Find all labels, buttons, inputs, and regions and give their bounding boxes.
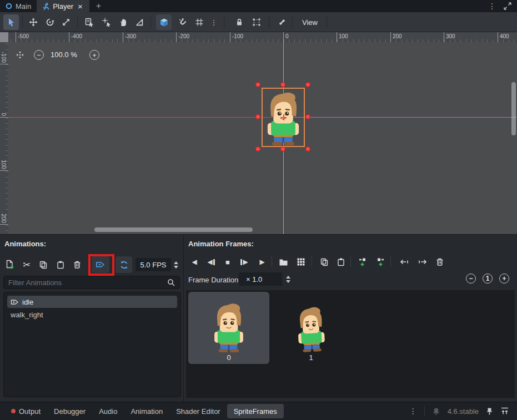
play-from-start-button[interactable]: ▶ bbox=[237, 255, 252, 269]
stop-button[interactable]: ■ bbox=[220, 255, 235, 269]
notifications-bell-icon[interactable] bbox=[432, 407, 440, 416]
dock-tab-spriteframes[interactable]: SpriteFrames bbox=[227, 404, 284, 418]
loop-toggle-button[interactable] bbox=[116, 256, 132, 273]
dock-tab-animation[interactable]: Animation bbox=[124, 404, 169, 418]
list-select-tool-button[interactable] bbox=[82, 14, 97, 30]
frame-thumbnails-area: 0 1 bbox=[186, 290, 515, 398]
fps-value-field[interactable]: 5.0 FPS bbox=[135, 258, 171, 271]
character-runner-icon bbox=[42, 2, 49, 10]
resize-handle-top-left[interactable] bbox=[255, 82, 260, 87]
resize-handle-right[interactable] bbox=[305, 114, 310, 119]
frame-tile-1[interactable]: 1 bbox=[270, 292, 352, 364]
2d-viewport-workspace: -500 -400 -300 -200 -100 0 100 200 300 4… bbox=[0, 32, 517, 234]
pin-bottom-panel-icon[interactable] bbox=[486, 407, 493, 416]
play-button[interactable]: ▶ bbox=[255, 255, 269, 269]
viewport-border-line bbox=[283, 117, 517, 118]
skeleton-bone-button[interactable] bbox=[274, 14, 290, 30]
magnet-snap-toggle[interactable] bbox=[175, 14, 190, 30]
add-frames-from-spritesheet-button[interactable] bbox=[294, 255, 308, 269]
view-menu-button[interactable]: View bbox=[298, 14, 322, 30]
lock-node-button[interactable] bbox=[232, 14, 247, 30]
resize-handle-left[interactable] bbox=[255, 114, 260, 119]
play-backwards-from-end-button[interactable]: ◀ bbox=[204, 255, 218, 269]
horizontal-ruler[interactable]: -500 -400 -300 -200 -100 0 100 200 300 4… bbox=[8, 32, 517, 42]
fps-spinner[interactable] bbox=[172, 258, 180, 271]
animation-list-item-idle[interactable]: idle bbox=[7, 296, 177, 308]
frames-zoom-in-button[interactable]: + bbox=[499, 274, 509, 284]
frame-index-label: 0 bbox=[227, 353, 230, 362]
new-scene-tab-button[interactable]: + bbox=[89, 0, 108, 12]
expand-bottom-panel-icon[interactable] bbox=[500, 407, 509, 415]
2d-canvas[interactable]: − 100.0 % + bbox=[8, 42, 517, 234]
rotate-tool-button[interactable] bbox=[42, 14, 58, 30]
animations-pane: Animations: ✂ 5.0 FPS bbox=[0, 235, 184, 402]
node2d-circle-icon bbox=[6, 3, 12, 9]
new-animation-button[interactable] bbox=[2, 257, 18, 272]
spriteframes-panel: Animations: ✂ 5.0 FPS bbox=[0, 234, 517, 402]
scene-tabs-menu-icon[interactable]: ⋮ bbox=[488, 2, 496, 11]
ruler-tool-button[interactable] bbox=[132, 14, 147, 30]
horizontal-scrollbar[interactable] bbox=[94, 227, 253, 232]
output-status-dot bbox=[11, 409, 16, 413]
paste-frame-button[interactable] bbox=[334, 255, 348, 269]
center-view-icon[interactable] bbox=[15, 50, 25, 60]
insert-frame-before-button[interactable] bbox=[356, 255, 370, 269]
resize-handle-bottom-left[interactable] bbox=[255, 146, 260, 151]
resize-handle-top-right[interactable] bbox=[305, 82, 310, 87]
filter-animations-input[interactable] bbox=[4, 279, 167, 287]
paste-animation-button[interactable] bbox=[53, 257, 68, 272]
delete-frame-button[interactable] bbox=[433, 255, 447, 269]
vertical-scrollbar[interactable] bbox=[511, 82, 516, 135]
animation-list-item-walk-right[interactable]: walk_right bbox=[7, 308, 177, 321]
scene-tab-main[interactable]: Main bbox=[0, 0, 37, 12]
frames-zoom-reset-button[interactable]: 1 bbox=[483, 274, 493, 284]
zoom-out-button[interactable]: − bbox=[34, 50, 44, 60]
resize-handle-bottom-right[interactable] bbox=[305, 146, 310, 151]
ruler-corner-box bbox=[0, 32, 8, 42]
copy-animation-button[interactable] bbox=[36, 257, 51, 272]
autoplay-tag-icon bbox=[11, 298, 19, 306]
move-frame-left-button[interactable] bbox=[397, 255, 411, 269]
frames-zoom-out-button[interactable]: − bbox=[466, 274, 476, 284]
cut-animation-icon[interactable]: ✂ bbox=[19, 257, 34, 272]
engine-version-label[interactable]: 4.6.stable bbox=[448, 407, 479, 416]
scene-tab-player[interactable]: Player × bbox=[37, 0, 89, 12]
frame-duration-spinner[interactable] bbox=[284, 272, 292, 286]
pan-tool-button[interactable] bbox=[116, 14, 131, 30]
move-frame-right-button[interactable] bbox=[415, 255, 429, 269]
copy-frame-button[interactable] bbox=[317, 255, 332, 269]
scene-tab-bar: Main Player × + ⋮ bbox=[0, 0, 517, 12]
click-select-tool-button[interactable] bbox=[99, 14, 114, 30]
play-backwards-button[interactable]: ◀ bbox=[187, 255, 202, 269]
snap-options-menu[interactable]: ⋮ bbox=[209, 14, 219, 30]
select-tool-button[interactable] bbox=[3, 14, 19, 30]
delete-animation-button[interactable] bbox=[69, 257, 85, 272]
dock-tab-audio[interactable]: Audio bbox=[92, 404, 124, 418]
canvas-toolbar: ⋮ View bbox=[0, 12, 517, 32]
resize-handle-bottom[interactable] bbox=[280, 146, 285, 151]
animation-frames-pane: Animation Frames: ◀ ◀ ■ ▶ ▶ bbox=[184, 235, 517, 402]
frame-1-sprite bbox=[295, 305, 327, 352]
close-tab-icon[interactable]: × bbox=[77, 2, 84, 11]
dock-tab-output[interactable]: Output bbox=[4, 404, 47, 418]
expand-window-icon[interactable] bbox=[504, 2, 511, 10]
resize-handle-top[interactable] bbox=[280, 82, 285, 87]
dock-menu-icon[interactable]: ⋮ bbox=[409, 407, 417, 416]
scale-tool-button[interactable] bbox=[58, 14, 74, 30]
frame-duration-field[interactable]: × 1.0 bbox=[239, 272, 282, 286]
scene-tab-label: Main bbox=[16, 2, 31, 11]
insert-frame-after-button[interactable] bbox=[373, 255, 387, 269]
smart-snap-cube-toggle[interactable] bbox=[156, 14, 172, 30]
vertical-ruler[interactable]: -100 0 100 200 bbox=[0, 42, 8, 234]
zoom-percentage[interactable]: 100.0 % bbox=[51, 50, 77, 59]
grid-snap-toggle[interactable] bbox=[192, 14, 207, 30]
load-frames-from-file-button[interactable] bbox=[276, 255, 290, 269]
group-node-button[interactable] bbox=[249, 14, 264, 30]
frame-duration-label: Frame Duration: bbox=[188, 276, 240, 284]
frame-tile-0[interactable]: 0 bbox=[188, 292, 269, 364]
dock-tab-debugger[interactable]: Debugger bbox=[47, 404, 92, 418]
move-tool-button[interactable] bbox=[26, 14, 41, 30]
annotation-highlight-box bbox=[88, 254, 114, 276]
dock-tab-shader-editor[interactable]: Shader Editor bbox=[169, 404, 227, 418]
zoom-in-button[interactable]: + bbox=[89, 50, 99, 60]
